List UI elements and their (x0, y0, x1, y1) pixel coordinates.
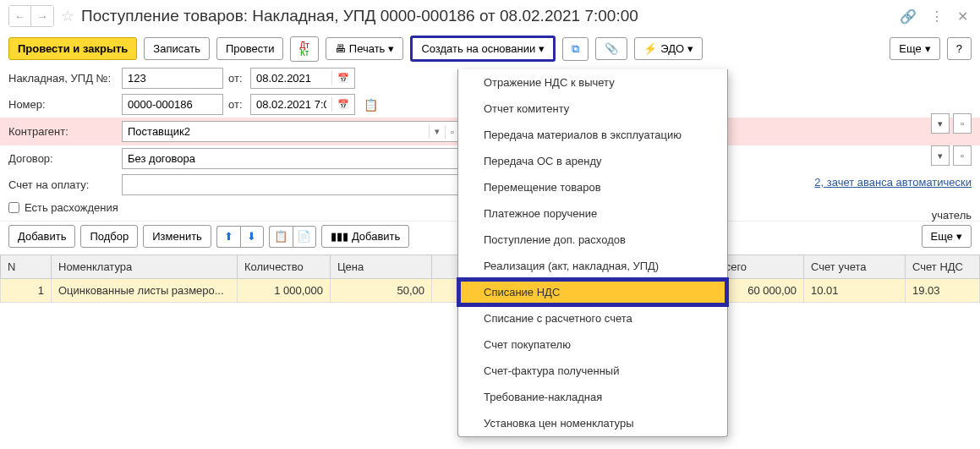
table-more-button[interactable]: Еще ▾ (922, 225, 972, 248)
table-change-button[interactable]: Изменить (143, 225, 211, 248)
hierarchy-button[interactable]: ⧉ (562, 37, 589, 61)
calendar-icon[interactable]: 📅 (331, 71, 354, 85)
schet-oplatu-input[interactable] (123, 175, 459, 194)
menu-item[interactable]: Поступление доп. расходов (458, 227, 727, 253)
partial-text: учатель (932, 209, 972, 222)
menu-item[interactable]: Платежное поручение (458, 200, 727, 227)
table-add-button[interactable]: Добавить (8, 225, 75, 248)
col-acct[interactable]: Счет учета (804, 255, 906, 279)
open-icon[interactable]: ▫ (953, 113, 972, 134)
upd-no-input[interactable] (122, 68, 223, 89)
col-qty[interactable]: Количество (238, 255, 331, 279)
add-by-barcode-button[interactable]: ▮▮▮ Добавить (321, 225, 409, 248)
move-down-button[interactable]: ⬇ (240, 226, 264, 248)
post-and-close-button[interactable]: Провести и закрыть (8, 37, 137, 60)
favorite-star-icon[interactable]: ☆ (61, 7, 74, 25)
menu-item[interactable]: Отражение НДС к вычету (458, 69, 727, 96)
more-button[interactable]: Еще ▾ (890, 37, 939, 60)
kontragent-input[interactable] (123, 122, 429, 141)
cell-nds-acct[interactable]: 19.03 (906, 279, 980, 303)
table-pick-button[interactable]: Подбор (80, 225, 138, 248)
cell-n[interactable]: 1 (1, 279, 52, 303)
label-dogovor: Договор: (8, 152, 117, 165)
date1-input[interactable] (251, 68, 331, 88)
open-icon[interactable]: ▫ (953, 145, 972, 166)
menu-item[interactable]: Списание НДС (458, 279, 727, 303)
save-button[interactable]: Записать (144, 37, 210, 60)
print-button[interactable]: 🖶 Печать ▾ (326, 37, 404, 60)
col-nds-acct[interactable]: Счет НДС (906, 255, 980, 279)
dogovor-input[interactable] (123, 149, 459, 168)
more-icon[interactable]: ⋮ (927, 8, 947, 25)
label-upd-no: Накладная, УПД №: (8, 72, 117, 85)
datetime-input[interactable] (251, 95, 331, 114)
nav-fwd-button[interactable]: → (31, 6, 53, 26)
cell-qty[interactable]: 1 000,000 (238, 279, 331, 303)
edo-button[interactable]: ⚡ ЭДО ▾ (634, 37, 703, 60)
page-title: Поступление товаров: Накладная, УПД 0000… (81, 7, 890, 25)
label-nomer: Номер: (8, 98, 117, 111)
nav-back-button[interactable]: ← (9, 6, 31, 26)
create-based-on-menu: Отражение НДС к вычетуОтчет комитентуПер… (457, 69, 728, 303)
menu-item[interactable]: Отчет комитенту (458, 96, 727, 122)
cell-acct[interactable]: 10.01 (804, 279, 906, 303)
label-kontragent: Контрагент: (8, 125, 117, 138)
move-up-button[interactable]: ⬆ (216, 226, 240, 248)
create-based-on-button[interactable]: Создать на основании ▾ (410, 36, 556, 62)
paste-button[interactable]: 📄 (293, 226, 316, 248)
label-from1: от: (228, 72, 245, 85)
post-button[interactable]: Провести (216, 37, 284, 60)
discrepancy-checkbox[interactable] (8, 202, 19, 213)
col-nom[interactable]: Номенклатура (52, 255, 238, 279)
col-n[interactable]: N (1, 255, 52, 279)
menu-item[interactable]: Реализация (акт, накладная, УПД) (458, 253, 727, 279)
help-button[interactable]: ? (947, 37, 972, 60)
cell-price[interactable]: 50,00 (331, 279, 432, 303)
copy-button[interactable]: 📋 (269, 226, 293, 248)
new-day-icon[interactable]: 📋 (364, 98, 378, 112)
menu-item[interactable]: Передача ОС в аренду (458, 148, 727, 174)
label-schet-oplatu: Счет на оплату: (8, 178, 117, 191)
menu-item[interactable]: Передача материалов в эксплуатацию (458, 122, 727, 148)
dropdown-icon[interactable]: ▾ (931, 113, 950, 134)
attach-button[interactable]: 📎 (595, 37, 627, 60)
avans-link[interactable]: 2, зачет аванса автоматически (814, 176, 972, 189)
link-icon[interactable]: 🔗 (896, 8, 920, 25)
label-discrepancy: Есть расхождения (25, 201, 118, 214)
menu-item[interactable]: Перемещение товаров (458, 174, 727, 200)
dtkt-button[interactable]: ДтКт (290, 36, 318, 62)
nomer-input[interactable] (122, 94, 223, 115)
dropdown-icon[interactable]: ▾ (429, 124, 445, 139)
close-icon[interactable]: ✕ (954, 8, 972, 25)
label-from2: от: (228, 98, 245, 111)
calendar-icon[interactable]: 📅 (331, 97, 354, 112)
col-price[interactable]: Цена (331, 255, 432, 279)
cell-nom[interactable]: Оцинкованные листы размеро... (52, 279, 238, 303)
dropdown-icon[interactable]: ▾ (931, 145, 950, 166)
